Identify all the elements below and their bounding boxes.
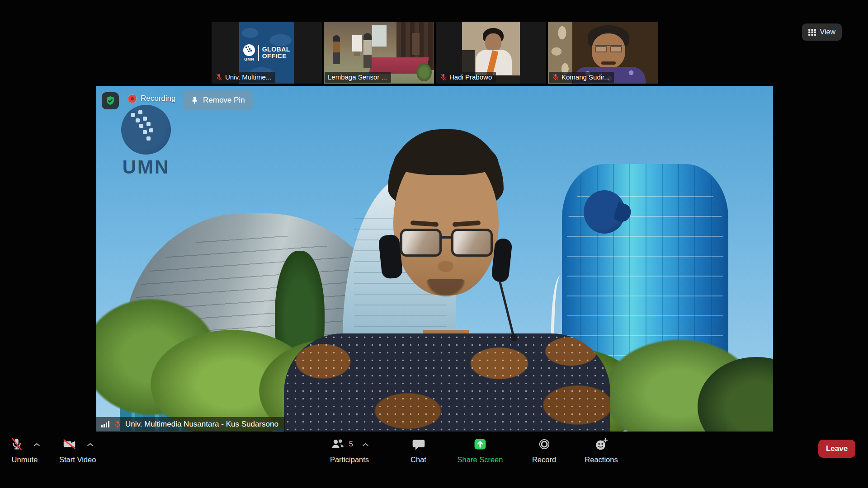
muted-mic-icon (9, 436, 24, 452)
headset-mic-boom (499, 281, 514, 336)
share-screen-button[interactable]: Share Screen (453, 435, 507, 464)
umn-watermark: UMN (119, 105, 173, 178)
umn-brand-text: UMN (244, 57, 254, 61)
reactions-button[interactable]: Reactions (581, 435, 621, 464)
participants-chevron[interactable] (362, 442, 369, 446)
participant-name: Komang Sudir... (561, 73, 610, 81)
gallery-grid-icon (808, 29, 816, 36)
encryption-badge[interactable] (102, 92, 119, 109)
participant-name-chip: Hadi Prabowo (437, 72, 496, 83)
start-video-button[interactable]: Start Video (59, 435, 96, 464)
share-screen-icon (472, 437, 488, 451)
record-label: Record (532, 455, 556, 464)
view-button-label: View (820, 28, 835, 36)
record-icon (537, 437, 552, 451)
signal-strength-icon (101, 421, 110, 428)
logo-line2: OFFICE (262, 53, 290, 60)
record-button[interactable]: Record (529, 435, 559, 464)
logo-line1: GLOBAL (262, 46, 290, 53)
leave-button[interactable]: Leave (818, 440, 855, 458)
umn-globe-icon (243, 44, 255, 56)
remove-pin-button[interactable]: Remove Pin (183, 90, 253, 110)
participants-count-badge: 5 (349, 440, 353, 448)
umn-globe-watermark-icon (121, 105, 171, 155)
recording-indicator: Recording (128, 94, 176, 103)
chat-label: Chat (410, 455, 426, 464)
recording-dot-icon (128, 94, 137, 103)
participant-name-chip: Komang Sudir... (549, 72, 614, 83)
logo-divider (258, 45, 259, 61)
video-off-icon (61, 436, 78, 452)
participants-button[interactable]: 5 Participants (316, 435, 383, 464)
participant-name: Univ. Multime... (225, 73, 271, 81)
umn-watermark-text: UMN (119, 156, 173, 178)
participant-thumbnail-hadi-prabowo[interactable]: Hadi Prabowo (436, 22, 546, 84)
eyeglasses (400, 229, 493, 258)
reactions-smiley-icon (594, 436, 609, 452)
unmute-label: Unmute (12, 455, 38, 464)
pin-icon (191, 96, 198, 105)
participant-thumbnail-lembaga-sensor[interactable]: Lembaga Sensor ... (324, 22, 434, 84)
reactions-label: Reactions (585, 455, 618, 464)
unmute-button[interactable]: Unmute (9, 435, 40, 464)
chat-button[interactable]: Chat (406, 435, 431, 464)
muted-mic-icon (114, 420, 121, 428)
recording-label: Recording (141, 94, 176, 103)
participant-name: Lembaga Sensor ... (328, 73, 387, 81)
participants-icon (330, 437, 345, 451)
muted-mic-icon (440, 73, 447, 81)
meeting-toolbar: Unmute Start Video (0, 432, 868, 488)
batik-shirt (284, 333, 610, 432)
chat-bubble-icon (411, 437, 426, 451)
participant-name-chip: Univ. Multime... (212, 72, 275, 83)
speaker-name-bar: Univ. Multimedia Nusantara - Kus Sudarso… (96, 417, 285, 432)
participant-thumbnail-umn-global-office[interactable]: UMN GLOBAL OFFICE Univ. Multime... (212, 22, 322, 84)
participant-name-chip: Lembaga Sensor ... (325, 72, 391, 83)
share-screen-label: Share Screen (458, 455, 503, 464)
speaker-name: Univ. Multimedia Nusantara - Kus Sudarso… (125, 420, 278, 429)
participant-name: Hadi Prabowo (449, 73, 492, 81)
view-button[interactable]: View (802, 23, 842, 41)
participant-thumbnail-komang[interactable]: Komang Sudir... (548, 22, 658, 84)
zoom-meeting-window: UMN GLOBAL OFFICE Univ. Multime... (0, 0, 868, 488)
video-options-chevron[interactable] (87, 442, 94, 446)
muted-mic-icon (216, 73, 222, 81)
audio-options-chevron[interactable] (33, 442, 40, 446)
shield-check-icon (105, 95, 116, 106)
participants-label: Participants (330, 455, 369, 464)
speaker-avatar (96, 86, 773, 432)
start-video-label: Start Video (59, 455, 96, 464)
muted-mic-icon (552, 73, 559, 81)
remove-pin-label: Remove Pin (203, 96, 245, 105)
pinned-speaker-video[interactable]: Recording Remove Pin UMN Univ. Multimedi (96, 86, 773, 432)
